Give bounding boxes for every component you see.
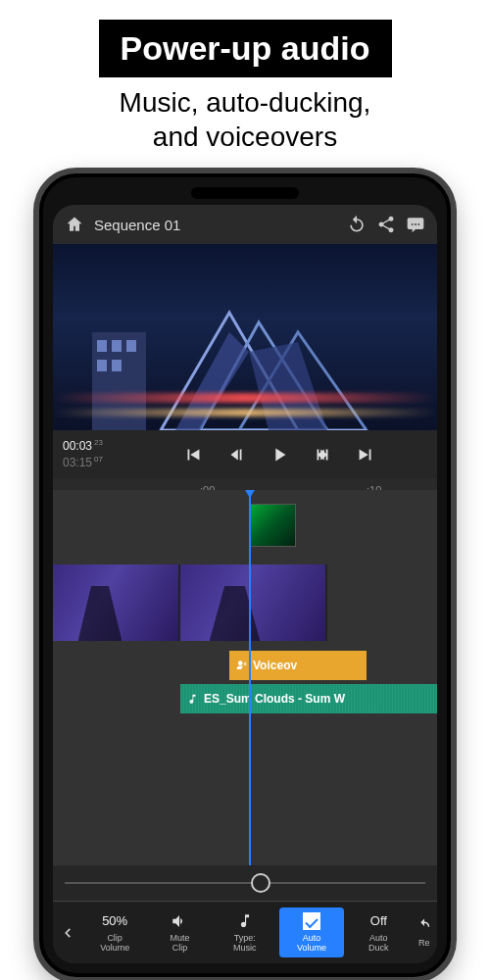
- duration-frames: 07: [94, 455, 103, 464]
- light-streak: [53, 393, 437, 403]
- toolbar-overflow[interactable]: Re: [411, 912, 437, 953]
- subtitle-line1: Music, auto-ducking,: [120, 87, 371, 118]
- slider-track: [65, 882, 425, 884]
- app-screen: Sequence 01: [53, 205, 437, 963]
- skip-end-icon[interactable]: [355, 444, 376, 466]
- music-label: ES_Sum Clouds - Sum W: [204, 692, 345, 706]
- play-icon[interactable]: [269, 444, 290, 466]
- svg-rect-5: [112, 360, 122, 371]
- skip-start-icon[interactable]: [182, 444, 204, 466]
- video-track[interactable]: [53, 564, 437, 641]
- auto-volume-tool[interactable]: AutoVolume: [279, 907, 344, 957]
- auto-duck-value: Off: [370, 911, 387, 931]
- frame-forward-icon[interactable]: [312, 444, 333, 466]
- bottom-toolbar: 50% ClipVolume MuteClip Type:Music AutoV…: [53, 901, 437, 963]
- auto-duck-tool[interactable]: Off AutoDuck: [346, 907, 411, 957]
- voiceover-label: Voiceov: [253, 659, 297, 672]
- clip-volume-tool[interactable]: 50% ClipVolume: [82, 907, 147, 957]
- comment-icon[interactable]: [406, 215, 425, 234]
- video-clip[interactable]: [180, 564, 327, 641]
- music-icon: [236, 912, 254, 930]
- refresh-icon: [416, 917, 433, 935]
- zoom-slider[interactable]: [53, 865, 437, 901]
- music-clip[interactable]: ES_Sum Clouds - Sum W: [180, 684, 437, 713]
- phone-frame: Sequence 01: [39, 173, 451, 977]
- app-topbar: Sequence 01: [53, 205, 437, 244]
- svg-point-12: [238, 662, 243, 666]
- volume-icon: [171, 912, 188, 930]
- toolbar-back-button[interactable]: [53, 926, 82, 940]
- svg-rect-4: [97, 360, 107, 371]
- current-frames: 23: [94, 438, 103, 447]
- svg-rect-2: [112, 340, 122, 352]
- timecodes: 00:0323 03:1507: [63, 438, 125, 470]
- video-clip[interactable]: [53, 564, 180, 641]
- home-icon[interactable]: [65, 215, 84, 234]
- playhead[interactable]: [249, 490, 251, 865]
- type-music-tool[interactable]: Type:Music: [213, 907, 277, 957]
- clip-volume-value: 50%: [102, 911, 127, 931]
- marketing-banner: Power-up audio: [99, 20, 392, 77]
- share-icon[interactable]: [376, 215, 396, 234]
- slider-handle[interactable]: [251, 873, 270, 893]
- undo-icon[interactable]: [347, 215, 367, 234]
- frame-back-icon[interactable]: [225, 444, 247, 466]
- svg-rect-3: [126, 340, 136, 352]
- transport-bar: 00:0323 03:1507: [53, 430, 437, 478]
- current-time: 00:03: [63, 439, 92, 453]
- marketing-subtitle: Music, auto-ducking, and voiceovers: [0, 85, 490, 154]
- subtitle-line2: and voiceovers: [153, 122, 337, 152]
- music-note-icon: [186, 693, 199, 706]
- video-preview[interactable]: [53, 244, 437, 430]
- timeline-ruler[interactable]: :00 :10: [53, 478, 437, 490]
- mic-icon: [235, 659, 249, 672]
- overlay-clip[interactable]: [249, 504, 296, 547]
- light-streak: [53, 409, 437, 416]
- duration-time: 03:15: [63, 456, 92, 469]
- checkbox-on-icon: [303, 912, 320, 930]
- sequence-title: Sequence 01: [94, 217, 337, 233]
- mute-clip-tool[interactable]: MuteClip: [147, 907, 212, 957]
- svg-rect-1: [97, 340, 107, 352]
- timeline[interactable]: Voiceov ES_Sum Clouds - Sum W: [53, 490, 437, 865]
